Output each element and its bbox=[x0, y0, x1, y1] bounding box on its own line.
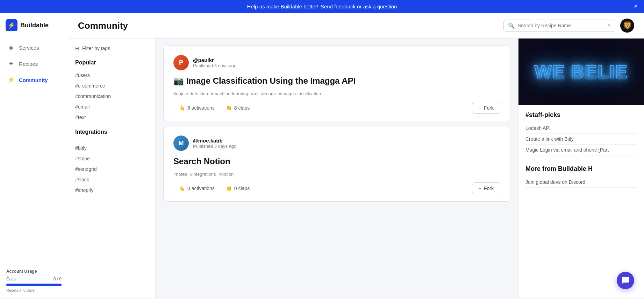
logo-area: ⚡ Buildable bbox=[0, 13, 68, 40]
calls-value: 0 / 0 bbox=[53, 277, 62, 281]
staff-pick-item[interactable]: Create a link with Bitly bbox=[525, 134, 637, 145]
recipe-tag[interactable]: #machine-learning bbox=[211, 91, 248, 96]
tag-bitly[interactable]: #bitly bbox=[68, 143, 155, 153]
recipe-title: Search Notion bbox=[173, 156, 500, 167]
activations-button[interactable]: 👆 0 activations bbox=[173, 183, 220, 194]
author-row: M @moe.katib Published 3 days ago bbox=[173, 135, 500, 151]
staff-pick-item[interactable]: Magic Login via email and phone [Part bbox=[525, 145, 637, 155]
sidebar-item-community[interactable]: ⚡ Community bbox=[0, 72, 68, 88]
recipe-card: P @paulkr Published 3 days ago 📷 Image C… bbox=[163, 46, 510, 121]
main-layout: ⚡ Buildable ◈ Services ✦ Recipes ⚡ Commu… bbox=[0, 13, 644, 298]
fork-button[interactable]: ⑂ Fork bbox=[472, 102, 500, 114]
recipe-tags: #notes #integrations #notion bbox=[173, 172, 500, 177]
right-sidebar-inner: WE BELIE #staff-picks Lodash API Create … bbox=[518, 39, 644, 198]
fork-icon: ⑂ bbox=[479, 186, 481, 191]
fork-label: Fork bbox=[484, 105, 494, 111]
chat-icon bbox=[621, 276, 630, 285]
calls-row: Calls 0 / 0 bbox=[6, 277, 62, 281]
tag-sendgrid[interactable]: #sendgrid bbox=[68, 164, 155, 174]
fork-icon: ⑂ bbox=[479, 105, 481, 111]
recipe-tag[interactable]: #ml bbox=[251, 91, 258, 96]
activations-count: 6 activations bbox=[187, 105, 215, 111]
search-clear-icon[interactable]: × bbox=[608, 22, 611, 29]
calls-label: Calls bbox=[6, 277, 16, 281]
search-box[interactable]: 🔍 × bbox=[503, 20, 615, 32]
tag-stripe[interactable]: #stripe bbox=[68, 153, 155, 164]
sidebar-item-services-label: Services bbox=[19, 45, 39, 51]
services-icon: ◈ bbox=[7, 44, 15, 51]
header-right: 🔍 × 🦁 bbox=[503, 19, 634, 33]
claps-icon: 👏 bbox=[226, 186, 232, 191]
recipe-card: M @moe.katib Published 3 days ago Search… bbox=[163, 126, 510, 202]
main-header: Community 🔍 × 🦁 bbox=[68, 13, 644, 39]
right-sidebar: WE BELIE #staff-picks Lodash API Create … bbox=[518, 39, 644, 298]
recipe-tag[interactable]: #image bbox=[261, 91, 276, 96]
activations-button[interactable]: 👆 6 activations bbox=[173, 102, 220, 113]
claps-button[interactable]: 👏 0 claps bbox=[220, 183, 255, 194]
tag-e-commerce[interactable]: #e-commerce bbox=[68, 81, 155, 91]
chat-bubble-button[interactable] bbox=[617, 272, 634, 289]
recipe-tag[interactable]: #notes bbox=[173, 172, 187, 177]
claps-icon: 👏 bbox=[226, 105, 232, 111]
community-icon: ⚡ bbox=[7, 76, 15, 84]
more-item[interactable]: Join global devs on Discord bbox=[525, 177, 637, 188]
tag-email[interactable]: #email bbox=[68, 102, 155, 112]
banner-link[interactable]: Send feedback or ask a question bbox=[321, 4, 397, 9]
staff-pick-item[interactable]: Lodash API bbox=[525, 123, 637, 134]
recipe-title: 📷 Image Classification Using the Imagga … bbox=[173, 75, 500, 86]
progress-bar-bg bbox=[6, 284, 62, 286]
avatar: M bbox=[173, 135, 189, 151]
sidebar-item-recipes[interactable]: ✦ Recipes bbox=[0, 56, 68, 72]
filter-icon: ⊟ bbox=[75, 46, 79, 51]
activations-icon: 👆 bbox=[179, 105, 185, 111]
claps-count: 0 claps bbox=[234, 186, 250, 191]
page-title: Community bbox=[78, 20, 128, 31]
staff-picks-title: #staff-picks bbox=[525, 111, 637, 119]
sidebar-bottom: Account Usage Calls 0 / 0 Resets in 0 da… bbox=[0, 263, 68, 298]
published-text: Published 3 days ago bbox=[193, 63, 236, 68]
fork-button[interactable]: ⑂ Fork bbox=[472, 182, 500, 194]
tag-slack[interactable]: #slack bbox=[68, 174, 155, 185]
claps-button[interactable]: 👏 8 claps bbox=[220, 102, 255, 113]
more-section: More from Buildable H Join global devs o… bbox=[518, 159, 644, 191]
staff-picks-section: #staff-picks Lodash API Create a link wi… bbox=[518, 105, 644, 159]
activations-count: 0 activations bbox=[187, 186, 215, 191]
logo-icon: ⚡ bbox=[6, 19, 17, 31]
author-info: @paulkr Published 3 days ago bbox=[193, 57, 236, 68]
tag-users[interactable]: #users bbox=[68, 70, 155, 81]
content-area: ⊟ Filter by tags Popular #users #e-comme… bbox=[68, 39, 644, 298]
sidebar-item-services[interactable]: ◈ Services bbox=[0, 40, 68, 56]
search-input[interactable] bbox=[518, 23, 605, 28]
sidebar-item-recipes-label: Recipes bbox=[19, 61, 38, 67]
tag-shopify[interactable]: #shopify bbox=[68, 185, 155, 195]
neon-text: WE BELIE bbox=[535, 61, 628, 82]
user-avatar[interactable]: 🦁 bbox=[620, 19, 634, 33]
top-banner: Help us make Buildable better! Send feed… bbox=[0, 0, 644, 13]
activations-icon: 👆 bbox=[179, 186, 185, 191]
recipe-tag[interactable]: #object-detection bbox=[173, 91, 208, 96]
sidebar-nav: ◈ Services ✦ Recipes ⚡ Community bbox=[0, 40, 68, 88]
filter-label: Filter by tags bbox=[82, 46, 110, 51]
recipe-tag[interactable]: #notion bbox=[219, 172, 234, 177]
published-text: Published 3 days ago bbox=[193, 144, 236, 149]
filter-bar[interactable]: ⊟ Filter by tags bbox=[68, 46, 155, 57]
integrations-title: Integrations bbox=[68, 126, 155, 139]
recipe-tag[interactable]: #integrations bbox=[190, 172, 216, 177]
feed-area: P @paulkr Published 3 days ago 📷 Image C… bbox=[156, 39, 518, 298]
card-actions: 👆 0 activations 👏 0 claps ⑂ Fork bbox=[173, 182, 500, 194]
banner-close-button[interactable]: × bbox=[634, 3, 638, 10]
more-title: More from Buildable H bbox=[525, 165, 637, 173]
popular-title: Popular bbox=[68, 57, 155, 70]
search-icon: 🔍 bbox=[508, 22, 515, 29]
recipe-tag[interactable]: #image-classification bbox=[279, 91, 321, 96]
claps-count: 8 claps bbox=[234, 105, 250, 111]
recipe-tags: #object-detection #machine-learning #ml … bbox=[173, 91, 500, 96]
recipes-icon: ✦ bbox=[7, 60, 15, 68]
featured-image: WE BELIE bbox=[518, 39, 644, 105]
tag-communication[interactable]: #communication bbox=[68, 91, 155, 102]
author-name: @moe.katib bbox=[193, 138, 236, 144]
sidebar-item-community-label: Community bbox=[19, 77, 48, 83]
banner-text: Help us make Buildable better! bbox=[247, 4, 319, 9]
account-usage-label: Account Usage bbox=[6, 269, 62, 274]
tag-text[interactable]: #text bbox=[68, 112, 155, 123]
